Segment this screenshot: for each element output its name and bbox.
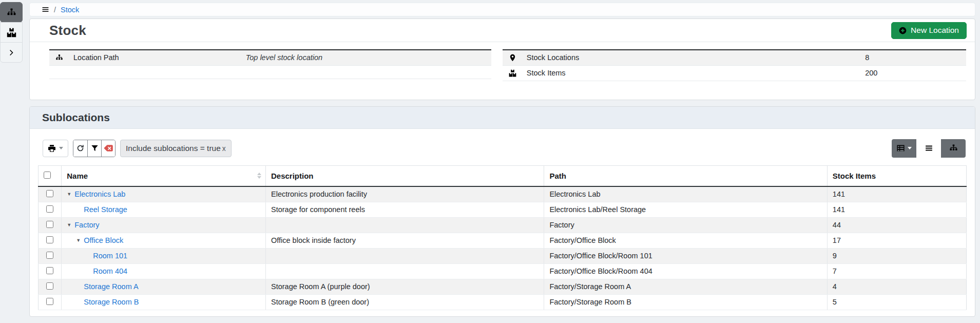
column-header-name[interactable]: Name bbox=[62, 165, 266, 186]
location-description-cell bbox=[265, 248, 544, 263]
location-path-cell: Factory/Office Block bbox=[544, 233, 827, 248]
location-link[interactable]: Storage Room B bbox=[84, 298, 139, 306]
row-checkbox[interactable] bbox=[46, 282, 53, 290]
row-checkbox[interactable] bbox=[46, 252, 53, 259]
filter-button-group bbox=[73, 140, 116, 157]
tree-view-button[interactable] bbox=[941, 139, 966, 158]
clear-filters-button[interactable] bbox=[101, 140, 115, 157]
location-path-label: Location Path bbox=[68, 50, 241, 65]
refresh-button[interactable] bbox=[73, 140, 87, 157]
location-name-cell: Storage Room B bbox=[62, 294, 266, 310]
location-name-cell: ▼Office Block bbox=[62, 233, 266, 248]
row-checkbox-cell bbox=[39, 233, 62, 248]
row-checkbox[interactable] bbox=[46, 205, 53, 213]
table-columns-icon bbox=[896, 144, 905, 153]
toolbar-left: Include sublocations = true x bbox=[43, 140, 232, 157]
plus-circle-icon bbox=[899, 27, 907, 34]
sidebar bbox=[0, 0, 23, 323]
location-name-cell: Room 404 bbox=[62, 263, 266, 279]
map-pin-icon bbox=[509, 54, 516, 62]
row-checkbox-cell bbox=[39, 294, 62, 310]
sublocations-title: Sublocations bbox=[42, 111, 110, 124]
tree-indent bbox=[67, 256, 85, 256]
tree-icon bbox=[949, 144, 958, 153]
print-button[interactable] bbox=[43, 140, 68, 157]
column-select-button[interactable] bbox=[892, 139, 916, 158]
stock-title-row: Stock New Location bbox=[30, 19, 975, 42]
row-checkbox[interactable] bbox=[46, 236, 53, 243]
printer-icon bbox=[48, 144, 56, 153]
row-checkbox[interactable] bbox=[46, 221, 53, 228]
sublocations-table: Name Description Path Stock Items bbox=[38, 165, 967, 310]
chevron-right-icon bbox=[8, 49, 15, 56]
filter-chip-label: Include sublocations = true bbox=[126, 144, 221, 153]
table-row: Room 404Factory/Office Block/Room 4047 bbox=[39, 263, 967, 279]
stock-items-label: Stock Items bbox=[522, 65, 860, 81]
select-all-header bbox=[39, 165, 62, 186]
tree-indent bbox=[67, 271, 85, 272]
column-header-path: Path bbox=[544, 165, 827, 186]
page-title: Stock bbox=[49, 23, 86, 39]
row-checkbox-cell bbox=[39, 186, 62, 202]
sidebar-expand-button[interactable] bbox=[0, 42, 23, 63]
main-content: / Stock Stock New Location Location bbox=[23, 0, 980, 323]
location-link[interactable]: Electronics Lab bbox=[74, 190, 125, 198]
breadcrumb-stock-link[interactable]: Stock bbox=[61, 6, 79, 14]
select-all-checkbox[interactable] bbox=[44, 172, 51, 179]
location-description-cell bbox=[265, 217, 544, 233]
table-toolbar: Include sublocations = true x bbox=[43, 139, 966, 158]
sublocations-table-body: ▼Electronics LabElectronics production f… bbox=[39, 186, 967, 310]
location-link[interactable]: Room 101 bbox=[93, 252, 127, 260]
stock-items-cell: 44 bbox=[827, 217, 966, 233]
stock-locations-value: 8 bbox=[860, 50, 966, 65]
sublocations-panel-header: Sublocations bbox=[30, 107, 975, 129]
bars-icon bbox=[42, 6, 49, 13]
location-link[interactable]: Office Block bbox=[84, 236, 123, 244]
breadcrumb-menu-icon[interactable] bbox=[42, 6, 49, 13]
row-checkbox[interactable] bbox=[46, 267, 53, 274]
location-path-value: Top level stock location bbox=[241, 50, 491, 65]
boxes-icon bbox=[7, 28, 16, 37]
stock-header-panel: Stock New Location Location Path Top lev… bbox=[29, 18, 975, 100]
view-button-group bbox=[892, 139, 966, 158]
table-row: Reel StorageStorage for component reelsE… bbox=[39, 202, 967, 217]
table-header-row: Name Description Path Stock Items bbox=[39, 165, 967, 186]
row-checkbox-cell bbox=[39, 263, 62, 279]
sidebar-item-sublocations[interactable] bbox=[0, 2, 23, 23]
stock-items-value: 200 bbox=[860, 65, 966, 81]
location-path-cell: Factory/Storage Room B bbox=[544, 294, 827, 310]
row-checkbox[interactable] bbox=[46, 298, 53, 305]
filter-chip-remove-icon[interactable]: x bbox=[222, 144, 226, 153]
new-location-button[interactable]: New Location bbox=[891, 22, 967, 39]
list-view-button[interactable] bbox=[916, 139, 941, 158]
sublocations-panel: Sublocations bbox=[29, 106, 975, 317]
breadcrumb-separator: / bbox=[54, 6, 56, 14]
sidebar-item-stock-items[interactable] bbox=[0, 22, 23, 43]
stock-items-cell: 141 bbox=[827, 186, 966, 202]
location-link[interactable]: Room 404 bbox=[93, 267, 127, 275]
location-link[interactable]: Reel Storage bbox=[84, 205, 127, 214]
list-icon bbox=[925, 144, 933, 153]
stock-items-cell: 17 bbox=[827, 233, 966, 248]
tree-collapse-icon[interactable]: ▼ bbox=[67, 192, 74, 197]
caret-down-icon bbox=[908, 147, 912, 149]
row-checkbox-cell bbox=[39, 279, 62, 294]
location-link[interactable]: Storage Room A bbox=[84, 282, 138, 291]
location-path-cell: Electronics Lab bbox=[544, 186, 827, 202]
table-row: ▼FactoryFactory44 bbox=[39, 217, 967, 233]
tree-indent bbox=[67, 210, 76, 210]
tree-indent bbox=[67, 302, 76, 302]
stock-locations-row: Stock Locations 8 bbox=[503, 50, 966, 65]
app-root: / Stock Stock New Location Location bbox=[0, 0, 980, 323]
tree-collapse-icon[interactable]: ▼ bbox=[76, 238, 84, 243]
row-checkbox-cell bbox=[39, 217, 62, 233]
row-checkbox[interactable] bbox=[46, 190, 53, 197]
location-link[interactable]: Factory bbox=[74, 221, 99, 229]
stock-items-cell: 141 bbox=[827, 202, 966, 217]
column-header-stock-items: Stock Items bbox=[827, 165, 966, 186]
table-row: Room 101Factory/Office Block/Room 1019 bbox=[39, 248, 967, 263]
filter-button[interactable] bbox=[87, 140, 101, 157]
tree-collapse-icon[interactable]: ▼ bbox=[67, 222, 74, 227]
filter-chip[interactable]: Include sublocations = true x bbox=[120, 140, 232, 157]
table-row: Storage Room AStorage Room A (purple doo… bbox=[39, 279, 967, 294]
